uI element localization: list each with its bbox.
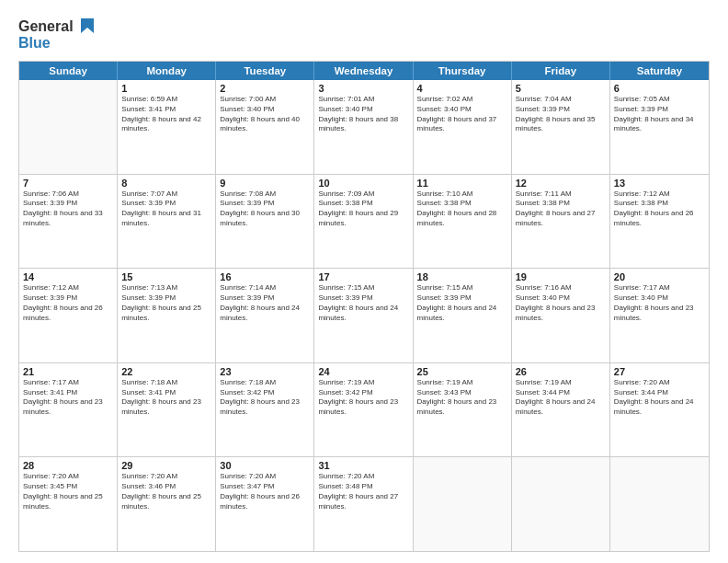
calendar-cell: 21Sunrise: 7:17 AM Sunset: 3:41 PM Dayli… [19,363,118,457]
calendar-week-row: 28Sunrise: 7:20 AM Sunset: 3:45 PM Dayli… [19,457,709,551]
day-number: 2 [220,83,310,94]
cell-sun-info: Sunrise: 7:12 AM Sunset: 3:39 PM Dayligh… [23,283,113,323]
cell-sun-info: Sunrise: 7:15 AM Sunset: 3:39 PM Dayligh… [417,283,507,323]
calendar-cell: 5Sunrise: 7:04 AM Sunset: 3:39 PM Daylig… [512,80,610,174]
cell-sun-info: Sunrise: 7:11 AM Sunset: 3:38 PM Dayligh… [516,190,606,229]
cell-sun-info: Sunrise: 7:12 AM Sunset: 3:38 PM Dayligh… [614,190,705,229]
calendar-cell [610,457,709,551]
cell-sun-info: Sunrise: 7:20 AM Sunset: 3:45 PM Dayligh… [23,472,113,511]
day-number: 29 [121,460,211,471]
calendar-cell: 29Sunrise: 7:20 AM Sunset: 3:46 PM Dayli… [118,457,216,551]
calendar-cell: 13Sunrise: 7:12 AM Sunset: 3:38 PM Dayli… [610,175,709,269]
calendar-week-row: 1Sunrise: 6:59 AM Sunset: 3:41 PM Daylig… [19,80,709,175]
day-number: 6 [614,83,705,94]
day-number: 27 [614,366,705,377]
calendar-cell: 23Sunrise: 7:18 AM Sunset: 3:42 PM Dayli… [216,363,314,457]
logo: GeneralBlue [18,15,101,55]
day-number: 23 [220,366,310,377]
day-number: 31 [318,460,408,471]
day-number: 22 [121,366,211,377]
cell-sun-info: Sunrise: 7:20 AM Sunset: 3:44 PM Dayligh… [614,378,705,418]
calendar-cell: 3Sunrise: 7:01 AM Sunset: 3:40 PM Daylig… [314,80,413,174]
cell-sun-info: Sunrise: 7:07 AM Sunset: 3:39 PM Dayligh… [121,190,211,229]
cell-sun-info: Sunrise: 6:59 AM Sunset: 3:41 PM Dayligh… [121,95,211,134]
calendar-cell: 14Sunrise: 7:12 AM Sunset: 3:39 PM Dayli… [19,269,118,362]
day-number: 5 [516,83,606,94]
day-number: 26 [516,366,606,377]
weekday-header: Saturday [610,62,709,80]
calendar-cell: 25Sunrise: 7:19 AM Sunset: 3:43 PM Dayli… [414,363,512,457]
calendar-cell: 19Sunrise: 7:16 AM Sunset: 3:40 PM Dayli… [512,269,610,362]
calendar-page: GeneralBlue SundayMondayTuesdayWednesday… [0,0,728,563]
cell-sun-info: Sunrise: 7:00 AM Sunset: 3:40 PM Dayligh… [220,95,310,134]
cell-sun-info: Sunrise: 7:18 AM Sunset: 3:42 PM Dayligh… [220,378,310,418]
calendar-cell [19,80,118,174]
cell-sun-info: Sunrise: 7:20 AM Sunset: 3:46 PM Dayligh… [121,472,211,511]
calendar-cell [414,457,512,551]
cell-sun-info: Sunrise: 7:14 AM Sunset: 3:39 PM Dayligh… [220,283,310,323]
cell-sun-info: Sunrise: 7:20 AM Sunset: 3:47 PM Dayligh… [220,472,310,511]
cell-sun-info: Sunrise: 7:17 AM Sunset: 3:40 PM Dayligh… [614,283,705,323]
calendar-cell: 22Sunrise: 7:18 AM Sunset: 3:41 PM Dayli… [118,363,216,457]
calendar-header: SundayMondayTuesdayWednesdayThursdayFrid… [19,62,709,80]
day-number: 21 [23,366,113,377]
calendar-cell: 1Sunrise: 6:59 AM Sunset: 3:41 PM Daylig… [118,80,216,174]
calendar-cell: 4Sunrise: 7:02 AM Sunset: 3:40 PM Daylig… [414,80,512,174]
calendar-week-row: 14Sunrise: 7:12 AM Sunset: 3:39 PM Dayli… [19,269,709,363]
cell-sun-info: Sunrise: 7:04 AM Sunset: 3:39 PM Dayligh… [516,95,606,134]
calendar-cell: 26Sunrise: 7:19 AM Sunset: 3:44 PM Dayli… [512,363,610,457]
day-number: 30 [220,460,310,471]
day-number: 18 [417,271,507,282]
weekday-header: Sunday [19,62,118,80]
weekday-header: Thursday [414,62,512,80]
calendar-cell: 2Sunrise: 7:00 AM Sunset: 3:40 PM Daylig… [216,80,314,174]
day-number: 1 [121,83,211,94]
cell-sun-info: Sunrise: 7:19 AM Sunset: 3:44 PM Dayligh… [516,378,606,418]
cell-sun-info: Sunrise: 7:19 AM Sunset: 3:43 PM Dayligh… [417,378,507,418]
cell-sun-info: Sunrise: 7:10 AM Sunset: 3:38 PM Dayligh… [417,190,507,229]
cell-sun-info: Sunrise: 7:19 AM Sunset: 3:42 PM Dayligh… [318,378,408,418]
day-number: 17 [318,271,408,282]
calendar-cell: 10Sunrise: 7:09 AM Sunset: 3:38 PM Dayli… [314,175,413,269]
cell-sun-info: Sunrise: 7:01 AM Sunset: 3:40 PM Dayligh… [318,95,408,134]
calendar-cell: 20Sunrise: 7:17 AM Sunset: 3:40 PM Dayli… [610,269,709,362]
calendar-cell: 18Sunrise: 7:15 AM Sunset: 3:39 PM Dayli… [414,269,512,362]
cell-sun-info: Sunrise: 7:20 AM Sunset: 3:48 PM Dayligh… [318,472,408,511]
cell-sun-info: Sunrise: 7:09 AM Sunset: 3:38 PM Dayligh… [318,190,408,229]
calendar-cell [512,457,610,551]
logo-svg: GeneralBlue [18,15,101,55]
day-number: 10 [318,178,408,189]
weekday-header: Friday [512,62,610,80]
calendar-cell: 31Sunrise: 7:20 AM Sunset: 3:48 PM Dayli… [314,457,413,551]
cell-sun-info: Sunrise: 7:18 AM Sunset: 3:41 PM Dayligh… [121,378,211,418]
calendar-cell: 8Sunrise: 7:07 AM Sunset: 3:39 PM Daylig… [118,175,216,269]
calendar-cell: 16Sunrise: 7:14 AM Sunset: 3:39 PM Dayli… [216,269,314,362]
day-number: 15 [121,271,211,282]
cell-sun-info: Sunrise: 7:05 AM Sunset: 3:39 PM Dayligh… [614,95,705,134]
page-header: GeneralBlue [18,15,710,55]
day-number: 3 [318,83,408,94]
svg-marker-2 [81,18,94,33]
calendar: SundayMondayTuesdayWednesdayThursdayFrid… [18,61,710,552]
day-number: 14 [23,271,113,282]
calendar-cell: 15Sunrise: 7:13 AM Sunset: 3:39 PM Dayli… [118,269,216,362]
day-number: 7 [23,178,113,189]
cell-sun-info: Sunrise: 7:06 AM Sunset: 3:39 PM Dayligh… [23,190,113,229]
day-number: 13 [614,178,705,189]
weekday-header: Monday [118,62,216,80]
calendar-cell: 28Sunrise: 7:20 AM Sunset: 3:45 PM Dayli… [19,457,118,551]
svg-text:Blue: Blue [18,35,51,51]
cell-sun-info: Sunrise: 7:13 AM Sunset: 3:39 PM Dayligh… [121,283,211,323]
cell-sun-info: Sunrise: 7:15 AM Sunset: 3:39 PM Dayligh… [318,283,408,323]
day-number: 12 [516,178,606,189]
day-number: 4 [417,83,507,94]
day-number: 28 [23,460,113,471]
cell-sun-info: Sunrise: 7:08 AM Sunset: 3:39 PM Dayligh… [220,190,310,229]
day-number: 11 [417,178,507,189]
day-number: 25 [417,366,507,377]
day-number: 20 [614,271,705,282]
day-number: 8 [121,178,211,189]
cell-sun-info: Sunrise: 7:17 AM Sunset: 3:41 PM Dayligh… [23,378,113,418]
calendar-cell: 7Sunrise: 7:06 AM Sunset: 3:39 PM Daylig… [19,175,118,269]
calendar-body: 1Sunrise: 6:59 AM Sunset: 3:41 PM Daylig… [19,80,709,551]
